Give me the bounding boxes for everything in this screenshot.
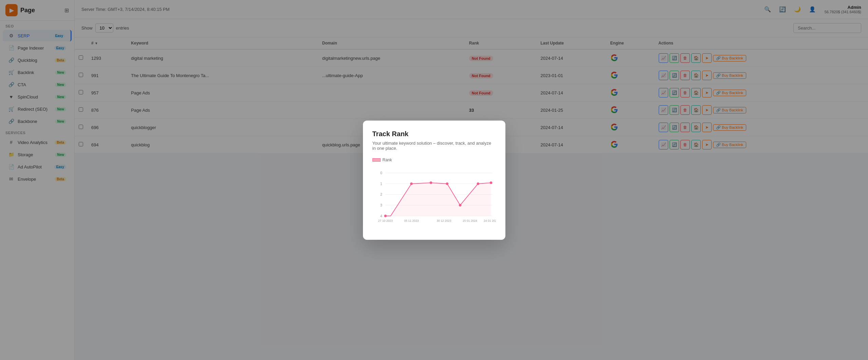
modal-subtitle: Your ultimate keyword solution – discove… bbox=[372, 141, 496, 151]
svg-point-14 bbox=[459, 204, 461, 206]
svg-text:3: 3 bbox=[380, 203, 382, 207]
svg-text:05 11 2023: 05 11 2023 bbox=[404, 219, 419, 222]
modal-title: Track Rank bbox=[372, 130, 496, 138]
svg-point-15 bbox=[477, 182, 479, 185]
svg-text:27 10 2023: 27 10 2023 bbox=[378, 219, 392, 222]
legend-swatch bbox=[372, 158, 381, 162]
svg-text:1: 1 bbox=[380, 181, 382, 185]
svg-text:0: 0 bbox=[380, 171, 382, 175]
svg-text:4: 4 bbox=[380, 214, 382, 218]
rank-chart: 0 1 2 3 4 27 10 2023 05 11 2023 bbox=[372, 165, 496, 233]
svg-text:15 01 2024: 15 01 2024 bbox=[462, 219, 477, 222]
modal-overlay[interactable]: Track Rank Your ultimate keyword solutio… bbox=[0, 0, 868, 360]
svg-point-11 bbox=[410, 182, 413, 185]
svg-text:24 01 2024: 24 01 2024 bbox=[484, 219, 496, 222]
svg-point-12 bbox=[429, 181, 432, 184]
chart-legend: Rank bbox=[372, 158, 496, 162]
svg-text:2: 2 bbox=[380, 192, 382, 196]
svg-point-13 bbox=[446, 182, 448, 185]
legend-label: Rank bbox=[383, 158, 392, 162]
svg-text:30 12 2023: 30 12 2023 bbox=[437, 219, 451, 222]
chart-area: 0 1 2 3 4 27 10 2023 05 11 2023 bbox=[372, 165, 496, 233]
track-rank-modal: Track Rank Your ultimate keyword solutio… bbox=[363, 121, 505, 240]
svg-point-16 bbox=[489, 181, 492, 184]
svg-point-10 bbox=[384, 214, 387, 217]
